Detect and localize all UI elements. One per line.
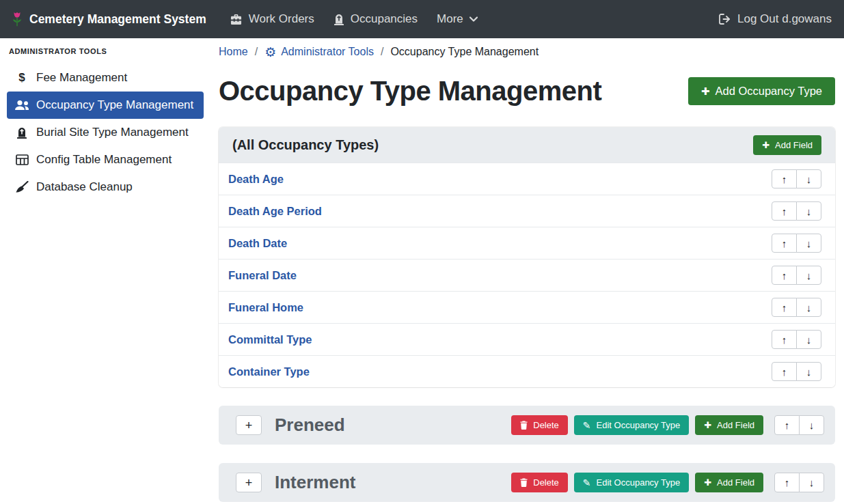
move-up-button[interactable]: ↑ — [772, 362, 797, 381]
add-field-button[interactable]: ✚ Add Field — [753, 135, 821, 155]
reorder-buttons: ↑ ↓ — [772, 169, 821, 188]
flower-icon — [11, 10, 23, 28]
reorder-buttons: ↑ ↓ — [772, 201, 821, 221]
occupancy-type-name: Interment — [275, 472, 355, 493]
sidebar-item-database-cleanup[interactable]: Database Cleanup — [7, 173, 204, 201]
reorder-buttons: ↑ ↓ — [772, 234, 821, 253]
move-down-button[interactable]: ↓ — [796, 201, 821, 221]
add-field-button[interactable]: ✚ Add Field — [695, 415, 763, 435]
plus-icon: ✚ — [704, 421, 711, 430]
breadcrumb-separator: / — [255, 46, 258, 58]
move-down-button[interactable]: ↓ — [799, 473, 824, 492]
move-up-button[interactable]: ↑ — [774, 473, 800, 492]
edit-occupancy-type-button[interactable]: ✎ Edit Occupancy Type — [574, 473, 689, 492]
page-title: Occupancy Type Management — [219, 72, 601, 109]
move-up-button[interactable]: ↑ — [772, 201, 797, 221]
move-up-button[interactable]: ↑ — [774, 415, 800, 435]
sidebar-item-config-table-management[interactable]: Config Table Management — [7, 146, 204, 173]
sidebar-item-fee-management[interactable]: $ Fee Management — [7, 64, 204, 92]
breadcrumb-current: Occupancy Type Management — [390, 46, 539, 58]
field-link-funeral-home[interactable]: Funeral Home — [228, 301, 303, 314]
arrow-down-icon: ↓ — [806, 366, 812, 378]
add-occupancy-type-label: Add Occupancy Type — [715, 85, 822, 98]
sidebar-item-burial-site-type-management[interactable]: Burial Site Type Management — [7, 119, 204, 146]
delete-button[interactable]: Delete — [511, 415, 568, 435]
sidebar-section-header: ADMINISTRATOR TOOLS — [0, 47, 210, 64]
add-field-button[interactable]: ✚ Add Field — [695, 473, 763, 492]
logout-icon — [719, 14, 731, 25]
arrow-down-icon: ↓ — [806, 270, 812, 281]
app-brand[interactable]: Cemetery Management System — [11, 10, 206, 28]
move-up-button[interactable]: ↑ — [772, 266, 797, 285]
arrow-up-icon: ↑ — [782, 270, 787, 281]
trash-icon — [520, 478, 528, 487]
expand-button[interactable]: + — [236, 415, 262, 435]
arrow-down-icon: ↓ — [806, 173, 812, 185]
arrow-down-icon: ↓ — [806, 302, 812, 313]
chevron-down-icon — [469, 16, 478, 22]
delete-button[interactable]: Delete — [511, 473, 568, 492]
move-down-button[interactable]: ↓ — [799, 415, 824, 435]
sidebar-item-occupancy-type-management[interactable]: Occupancy Type Management — [7, 92, 204, 119]
arrow-up-icon: ↑ — [782, 366, 787, 378]
trash-icon — [520, 421, 528, 430]
move-down-button[interactable]: ↓ — [796, 169, 821, 188]
add-field-label: Add Field — [717, 420, 754, 430]
move-down-button[interactable]: ↓ — [796, 234, 821, 253]
arrow-down-icon: ↓ — [806, 206, 812, 217]
breadcrumb: Home / ⚙ Administrator Tools / Occupancy… — [219, 44, 835, 60]
move-up-button[interactable]: ↑ — [772, 298, 797, 317]
breadcrumb-admin-tools-label: Administrator Tools — [281, 46, 374, 58]
plus-icon: ✚ — [704, 478, 711, 487]
field-row: Death Age ↑ ↓ — [219, 163, 835, 195]
field-row: Funeral Date ↑ ↓ — [219, 259, 835, 291]
nav-occupancies[interactable]: Occupancies — [324, 0, 427, 38]
primary-nav: Work Orders Occupancies More — [220, 0, 487, 38]
field-row: Container Type ↑ ↓ — [219, 355, 835, 387]
arrow-down-icon: ↓ — [806, 334, 812, 346]
tombstone-icon — [333, 13, 344, 25]
plus-icon: ✚ — [762, 141, 770, 150]
nav-more-label: More — [437, 12, 463, 26]
field-link-container-type[interactable]: Container Type — [228, 365, 310, 378]
add-field-label: Add Field — [717, 477, 754, 488]
plus-icon: + — [245, 419, 253, 432]
breadcrumb-home-link[interactable]: Home — [219, 46, 248, 58]
move-down-button[interactable]: ↓ — [796, 362, 821, 381]
add-occupancy-type-button[interactable]: ✚ Add Occupancy Type — [688, 77, 835, 105]
expand-button[interactable]: + — [236, 473, 262, 492]
edit-occupancy-type-button[interactable]: ✎ Edit Occupancy Type — [574, 415, 689, 435]
field-link-funeral-date[interactable]: Funeral Date — [228, 269, 297, 282]
sidebar-item-label: Burial Site Type Management — [36, 126, 189, 139]
move-down-button[interactable]: ↓ — [796, 298, 821, 317]
field-row: Death Date ↑ ↓ — [219, 227, 835, 259]
nav-work-orders[interactable]: Work Orders — [220, 0, 324, 38]
broom-icon — [14, 181, 30, 193]
field-link-death-age-period[interactable]: Death Age Period — [228, 205, 322, 218]
move-up-button[interactable]: ↑ — [772, 169, 797, 188]
reorder-buttons: ↑ ↓ — [772, 298, 821, 317]
card-header: (All Occupancy Types) ✚ Add Field — [219, 127, 835, 163]
move-up-button[interactable]: ↑ — [772, 234, 797, 253]
delete-label: Delete — [533, 420, 559, 430]
move-up-button[interactable]: ↑ — [772, 330, 797, 349]
delete-label: Delete — [533, 477, 559, 488]
field-link-death-date[interactable]: Death Date — [228, 237, 287, 250]
breadcrumb-separator: / — [381, 46, 383, 58]
nav-more[interactable]: More — [427, 0, 487, 38]
field-link-death-age[interactable]: Death Age — [228, 173, 284, 186]
field-row: Funeral Home ↑ ↓ — [219, 291, 835, 323]
move-down-button[interactable]: ↓ — [796, 266, 821, 285]
arrow-up-icon: ↑ — [782, 302, 787, 313]
all-occupancy-types-card: (All Occupancy Types) ✚ Add Field Death … — [219, 127, 835, 387]
reorder-buttons: ↑ ↓ — [772, 330, 821, 349]
top-navbar: Cemetery Management System Work Orders O… — [0, 0, 844, 38]
reorder-buttons: ↑ ↓ — [772, 362, 821, 381]
logout-label: Log Out d.gowans — [737, 12, 832, 26]
move-down-button[interactable]: ↓ — [796, 330, 821, 349]
pencil-icon: ✎ — [583, 478, 591, 488]
field-link-committal-type[interactable]: Committal Type — [228, 333, 312, 346]
logout-button[interactable]: Log Out d.gowans — [709, 0, 833, 38]
breadcrumb-admin-tools-link[interactable]: ⚙ Administrator Tools — [264, 46, 374, 59]
sidebar-item-label: Fee Management — [36, 71, 127, 85]
